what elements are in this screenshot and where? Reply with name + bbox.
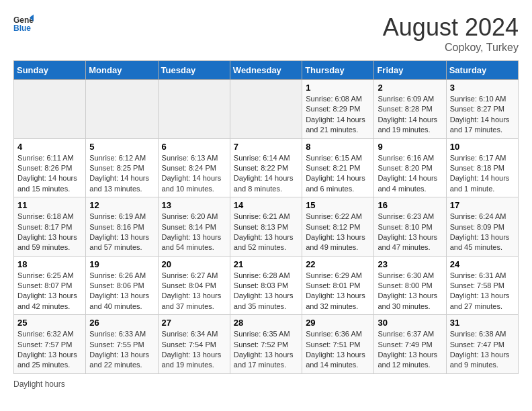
calendar-cell: 8Sunrise: 6:15 AM Sunset: 8:21 PM Daylig…	[302, 138, 374, 197]
calendar-cell: 15Sunrise: 6:22 AM Sunset: 8:12 PM Dayli…	[302, 197, 374, 257]
day-info: Sunrise: 6:14 AM Sunset: 8:22 PM Dayligh…	[234, 153, 298, 195]
day-info: Sunrise: 6:22 AM Sunset: 8:12 PM Dayligh…	[306, 212, 370, 253]
day-header-saturday: Saturday	[446, 61, 518, 80]
day-header-tuesday: Tuesday	[158, 61, 230, 80]
day-info: Sunrise: 6:35 AM Sunset: 7:52 PM Dayligh…	[234, 329, 298, 371]
day-number: 30	[378, 318, 442, 328]
day-info: Sunrise: 6:23 AM Sunset: 8:10 PM Dayligh…	[378, 212, 442, 253]
day-number: 18	[17, 259, 82, 269]
day-info: Sunrise: 6:38 AM Sunset: 7:47 PM Dayligh…	[450, 329, 515, 371]
title-area: August 2024 Copkoy, Turkey	[383, 13, 519, 54]
logo-icon: General Blue	[13, 13, 34, 34]
day-number: 22	[306, 259, 370, 269]
day-info: Sunrise: 6:20 AM Sunset: 8:14 PM Dayligh…	[162, 212, 226, 253]
logo: General Blue	[13, 13, 34, 34]
day-info: Sunrise: 6:08 AM Sunset: 8:29 PM Dayligh…	[306, 94, 370, 136]
calendar-cell	[230, 80, 302, 139]
day-info: Sunrise: 6:09 AM Sunset: 8:28 PM Dayligh…	[378, 94, 442, 136]
day-info: Sunrise: 6:17 AM Sunset: 8:18 PM Dayligh…	[450, 153, 515, 195]
day-header-sunday: Sunday	[14, 61, 86, 80]
day-info: Sunrise: 6:16 AM Sunset: 8:20 PM Dayligh…	[378, 153, 442, 195]
day-info: Sunrise: 6:29 AM Sunset: 8:01 PM Dayligh…	[306, 271, 370, 312]
day-info: Sunrise: 6:10 AM Sunset: 8:27 PM Dayligh…	[450, 94, 515, 136]
calendar-cell	[86, 80, 158, 139]
calendar-cell: 20Sunrise: 6:27 AM Sunset: 8:04 PM Dayli…	[158, 256, 230, 315]
day-number: 29	[306, 318, 370, 328]
location: Copkoy, Turkey	[383, 42, 519, 54]
footer-note: Daylight hours	[13, 379, 519, 389]
calendar-cell: 23Sunrise: 6:30 AM Sunset: 8:00 PM Dayli…	[374, 256, 446, 315]
day-info: Sunrise: 6:27 AM Sunset: 8:04 PM Dayligh…	[162, 271, 226, 312]
day-info: Sunrise: 6:11 AM Sunset: 8:26 PM Dayligh…	[17, 153, 82, 195]
day-number: 4	[17, 142, 82, 152]
calendar-cell: 13Sunrise: 6:20 AM Sunset: 8:14 PM Dayli…	[158, 197, 230, 257]
calendar-cell: 16Sunrise: 6:23 AM Sunset: 8:10 PM Dayli…	[374, 197, 446, 257]
calendar-cell: 24Sunrise: 6:31 AM Sunset: 7:58 PM Dayli…	[446, 256, 518, 315]
day-number: 7	[234, 142, 298, 152]
day-number: 19	[89, 259, 154, 269]
calendar-cell: 10Sunrise: 6:17 AM Sunset: 8:18 PM Dayli…	[446, 138, 518, 197]
calendar-cell: 14Sunrise: 6:21 AM Sunset: 8:13 PM Dayli…	[230, 197, 302, 257]
day-header-thursday: Thursday	[302, 61, 374, 80]
calendar-cell: 27Sunrise: 6:34 AM Sunset: 7:54 PM Dayli…	[158, 315, 230, 374]
day-number: 6	[162, 142, 226, 152]
day-number: 1	[306, 83, 370, 93]
calendar-cell	[14, 80, 86, 139]
calendar-cell: 22Sunrise: 6:29 AM Sunset: 8:01 PM Dayli…	[302, 256, 374, 315]
day-info: Sunrise: 6:15 AM Sunset: 8:21 PM Dayligh…	[306, 153, 370, 195]
day-number: 16	[378, 200, 442, 210]
calendar-cell: 31Sunrise: 6:38 AM Sunset: 7:47 PM Dayli…	[446, 315, 518, 374]
day-info: Sunrise: 6:37 AM Sunset: 7:49 PM Dayligh…	[378, 329, 442, 371]
calendar-cell: 7Sunrise: 6:14 AM Sunset: 8:22 PM Daylig…	[230, 138, 302, 197]
calendar-cell: 18Sunrise: 6:25 AM Sunset: 8:07 PM Dayli…	[14, 256, 86, 315]
day-info: Sunrise: 6:34 AM Sunset: 7:54 PM Dayligh…	[162, 329, 226, 371]
day-info: Sunrise: 6:25 AM Sunset: 8:07 PM Dayligh…	[17, 271, 82, 312]
day-header-wednesday: Wednesday	[230, 61, 302, 80]
svg-text:Blue: Blue	[13, 24, 31, 33]
day-number: 21	[234, 259, 298, 269]
month-year: August 2024	[383, 13, 519, 42]
day-number: 24	[450, 259, 515, 269]
calendar-cell: 4Sunrise: 6:11 AM Sunset: 8:26 PM Daylig…	[14, 138, 86, 197]
calendar-cell: 6Sunrise: 6:13 AM Sunset: 8:24 PM Daylig…	[158, 138, 230, 197]
day-info: Sunrise: 6:31 AM Sunset: 7:58 PM Dayligh…	[450, 271, 515, 312]
day-info: Sunrise: 6:32 AM Sunset: 7:57 PM Dayligh…	[17, 329, 82, 371]
day-info: Sunrise: 6:36 AM Sunset: 7:51 PM Dayligh…	[306, 329, 370, 371]
day-number: 15	[306, 200, 370, 210]
day-number: 17	[450, 200, 515, 210]
day-number: 14	[234, 200, 298, 210]
day-number: 9	[378, 142, 442, 152]
day-number: 27	[162, 318, 226, 328]
day-number: 25	[17, 318, 82, 328]
day-info: Sunrise: 6:30 AM Sunset: 8:00 PM Dayligh…	[378, 271, 442, 312]
calendar-cell: 9Sunrise: 6:16 AM Sunset: 8:20 PM Daylig…	[374, 138, 446, 197]
day-info: Sunrise: 6:12 AM Sunset: 8:25 PM Dayligh…	[89, 153, 154, 195]
day-info: Sunrise: 6:21 AM Sunset: 8:13 PM Dayligh…	[234, 212, 298, 253]
day-info: Sunrise: 6:18 AM Sunset: 8:17 PM Dayligh…	[17, 212, 82, 253]
calendar-cell: 19Sunrise: 6:26 AM Sunset: 8:06 PM Dayli…	[86, 256, 158, 315]
day-number: 2	[378, 83, 442, 93]
calendar-cell	[158, 80, 230, 139]
calendar-cell: 1Sunrise: 6:08 AM Sunset: 8:29 PM Daylig…	[302, 80, 374, 139]
day-header-monday: Monday	[86, 61, 158, 80]
page-header: General Blue August 2024 Copkoy, Turkey	[13, 13, 519, 54]
day-number: 20	[162, 259, 226, 269]
calendar-cell: 30Sunrise: 6:37 AM Sunset: 7:49 PM Dayli…	[374, 315, 446, 374]
calendar-cell: 26Sunrise: 6:33 AM Sunset: 7:55 PM Dayli…	[86, 315, 158, 374]
calendar-cell: 21Sunrise: 6:28 AM Sunset: 8:03 PM Dayli…	[230, 256, 302, 315]
calendar-cell: 5Sunrise: 6:12 AM Sunset: 8:25 PM Daylig…	[86, 138, 158, 197]
calendar-cell: 28Sunrise: 6:35 AM Sunset: 7:52 PM Dayli…	[230, 315, 302, 374]
day-info: Sunrise: 6:33 AM Sunset: 7:55 PM Dayligh…	[89, 329, 154, 371]
day-info: Sunrise: 6:19 AM Sunset: 8:16 PM Dayligh…	[89, 212, 154, 253]
calendar-cell: 3Sunrise: 6:10 AM Sunset: 8:27 PM Daylig…	[446, 80, 518, 139]
day-info: Sunrise: 6:13 AM Sunset: 8:24 PM Dayligh…	[162, 153, 226, 195]
day-number: 11	[17, 200, 82, 210]
day-number: 12	[89, 200, 154, 210]
day-number: 31	[450, 318, 515, 328]
day-number: 13	[162, 200, 226, 210]
day-number: 5	[89, 142, 154, 152]
day-number: 26	[89, 318, 154, 328]
calendar-cell: 29Sunrise: 6:36 AM Sunset: 7:51 PM Dayli…	[302, 315, 374, 374]
calendar-cell: 17Sunrise: 6:24 AM Sunset: 8:09 PM Dayli…	[446, 197, 518, 257]
calendar-cell: 12Sunrise: 6:19 AM Sunset: 8:16 PM Dayli…	[86, 197, 158, 257]
